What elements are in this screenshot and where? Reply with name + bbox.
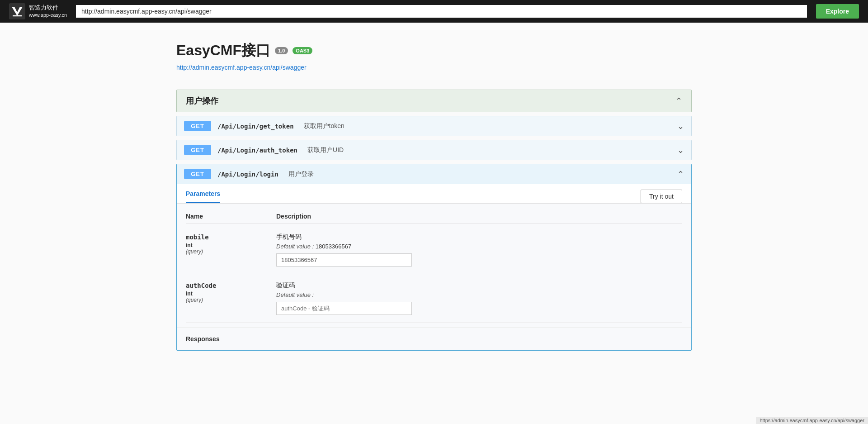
navbar: 智造力软件www.app-easy.cn Explore [0,0,868,23]
version-badge: 1.0 [275,47,288,54]
param-name-authcode: authCode [186,282,216,289]
param-default-mobile: Default value : 18053366567 [276,243,682,250]
expanded-tabs: Parameters Try it out [177,184,691,204]
endpoint-left-3: GET /Api/Login/login 用户登录 [184,169,314,179]
param-row-mobile: mobile int (query) 手机号码 Default value : … [186,226,682,274]
page-content: EasyCMF接口 1.0 OAS3 http://admin.easycmf.… [163,23,705,360]
responses-section: Responses [177,327,691,350]
endpoint-header-2[interactable]: GET /Api/Login/auth_token 获取用户UID ⌄ [177,140,691,160]
api-title: EasyCMF接口 [176,41,270,61]
api-swagger-link[interactable]: http://admin.easycmf.app-easy.cn/api/swa… [176,64,307,71]
endpoint-left-1: GET /Api/Login/get_token 获取用户token [184,121,344,131]
method-badge-1: GET [184,121,211,131]
param-description-authcode: 验证码 [276,281,682,290]
url-input[interactable] [76,5,807,18]
api-desc-3: 用户登录 [288,170,314,178]
param-desc-cell-authcode: 验证码 Default value : [276,281,682,315]
param-location-authcode: (query) [186,297,276,303]
try-it-out-button[interactable]: Try it out [641,190,682,203]
method-badge-2: GET [184,145,211,155]
responses-title: Responses [186,335,220,343]
api-title-row: EasyCMF接口 1.0 OAS3 [176,41,692,61]
api-path-3: /Api/Login/login [217,171,278,178]
endpoint-chevron-2: ⌄ [677,145,684,155]
endpoint-chevron-3: ⌃ [677,169,684,179]
explore-button[interactable]: Explore [816,4,859,19]
col-desc-header: Description [276,213,682,220]
section-header[interactable]: 用户操作 ⌃ [176,90,692,112]
endpoint-chevron-1: ⌄ [677,121,684,131]
endpoint-expanded-panel: Parameters Try it out Name Description m… [177,184,691,350]
svg-rect-0 [9,3,25,19]
section-title: 用户操作 [186,95,218,106]
api-desc-2: 获取用户UID [307,146,344,154]
param-row-authcode: authCode int (query) 验证码 Default value : [186,274,682,323]
brand: 智造力软件www.app-easy.cn [9,3,67,19]
endpoint-row-2: GET /Api/Login/auth_token 获取用户UID ⌄ [176,140,692,160]
param-description-mobile: 手机号码 [276,233,682,241]
param-name-cell-authcode: authCode int (query) [186,281,276,315]
brand-title: 智造力软件www.app-easy.cn [29,4,67,18]
section-collapse-icon: ⌃ [675,96,682,106]
params-table: Name Description mobile int (query) 手机号码 [177,204,691,327]
param-input-authcode[interactable] [276,302,412,315]
param-location-mobile: (query) [186,248,276,255]
param-name-cell-mobile: mobile int (query) [186,233,276,267]
params-header-row: Name Description [186,213,682,224]
api-path-1: /Api/Login/get_token [217,123,294,130]
method-badge-3: GET [184,169,211,179]
endpoint-row-1: GET /Api/Login/get_token 获取用户token ⌄ [176,116,692,136]
param-type-authcode: int [186,291,276,297]
endpoint-left-2: GET /Api/Login/auth_token 获取用户UID [184,145,344,155]
param-input-mobile[interactable] [276,253,412,267]
api-path-2: /Api/Login/auth_token [217,147,297,154]
oas3-badge: OAS3 [292,47,312,54]
endpoint-header-1[interactable]: GET /Api/Login/get_token 获取用户token ⌄ [177,116,691,136]
endpoint-row-3: GET /Api/Login/login 用户登录 ⌃ Parameters T… [176,164,692,351]
param-type-mobile: int [186,242,276,248]
api-desc-1: 获取用户token [304,122,344,130]
section-container: 用户操作 ⌃ GET /Api/Login/get_token 获取用户toke… [176,90,692,351]
tab-parameters[interactable]: Parameters [186,190,220,203]
param-name-mobile: mobile [186,233,209,241]
param-default-value-mobile: 18053366567 [316,243,352,250]
logo-icon [9,3,25,19]
param-desc-cell-mobile: 手机号码 Default value : 18053366567 [276,233,682,267]
endpoint-header-3[interactable]: GET /Api/Login/login 用户登录 ⌃ [177,164,691,184]
param-default-authcode: Default value : [276,291,682,298]
col-name-header: Name [186,213,276,220]
